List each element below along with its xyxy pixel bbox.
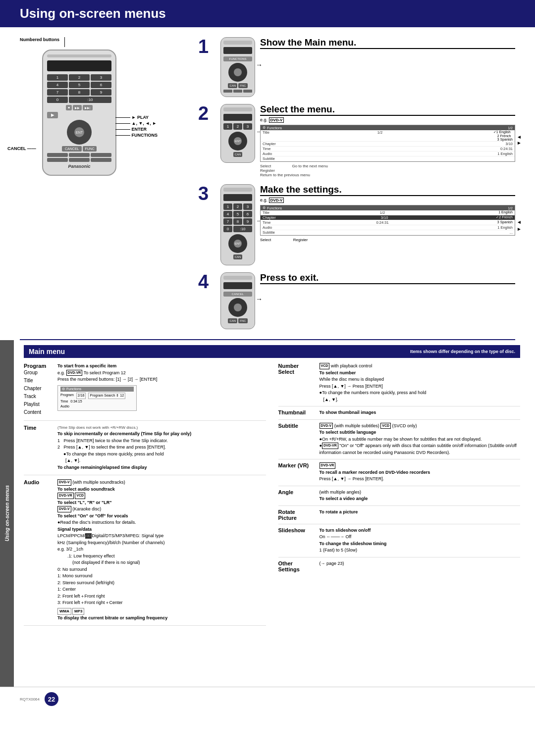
- rotate-detail: To rotate a picture: [320, 509, 521, 521]
- number-select-detail: VCD with playback control To select numb…: [320, 363, 521, 403]
- step-3: 3 123 456 789 0:10 ENT: [198, 184, 515, 265]
- step3-row-title: Title1/2 1 English: [261, 210, 515, 215]
- catalog-number: RQTX0064: [20, 697, 40, 702]
- step3-row-audio: Audio1 English ◄ ►: [261, 225, 515, 230]
- other-detail: (→ page 23): [320, 560, 521, 572]
- menu-item-subtitle: Subtitle DVD-V (with multiple subtitles)…: [278, 423, 521, 460]
- step2-menu-pages: 1/2: [508, 126, 513, 130]
- step3-menu-label: Functions: [267, 206, 282, 210]
- thumbnail-term: Thumbnail: [278, 409, 316, 416]
- main-menu-header: Main menu Items shown differ depending o…: [24, 345, 520, 358]
- btn-row2: ▶▶: [73, 105, 82, 110]
- page-footer: RQTX0064 22: [0, 687, 535, 711]
- step-3-eg-label: e.g.: [260, 198, 269, 202]
- page-title: Using on-screen menus: [20, 6, 166, 21]
- angle-detail: (with multiple angles) To select a video…: [320, 489, 521, 503]
- cancel-label: CANCEL ——: [7, 146, 36, 151]
- step-1-remote: FUNCTIONS CAN FNC: [220, 37, 255, 97]
- slideshow-detail: To turn slideshow on/off On ←——→ Off To …: [320, 527, 521, 554]
- play-button[interactable]: ▶: [47, 112, 58, 118]
- enter-label: ENTER: [132, 127, 147, 132]
- main-menu-title: Main menu: [29, 348, 65, 355]
- arrows-label: ▲, ▼, ◄, ►: [132, 121, 157, 126]
- marker-detail: DVD-VR To recall a marker recorded on DV…: [320, 462, 521, 483]
- step2-row-title: Title 1/2 ✓1 English 2 French 3 Spanish …: [261, 130, 515, 142]
- numpad-2: 2: [69, 74, 90, 81]
- numpad-9: 9: [91, 89, 111, 96]
- step-1: 1 FUNCTIONS CAN FNC: [198, 37, 515, 97]
- page: Using on-screen menus Numbered buttons: [0, 0, 535, 756]
- sidebar-label: Using on-screen menus: [4, 485, 10, 541]
- numpad-0: 0: [47, 97, 68, 103]
- step-4-title: Press to exit.: [260, 272, 515, 284]
- step-3-desc: Select Register: [260, 238, 515, 242]
- step3-menu-icon: ⚙: [263, 206, 266, 210]
- step2-menu-icon: ⚙: [263, 126, 266, 130]
- other-term: OtherSettings: [278, 560, 316, 572]
- step2-menu-label: Functions: [267, 126, 282, 130]
- step-2-info: Select the menu. e.g. DVD-V ⚙ Functions …: [260, 104, 515, 177]
- step-3-title: Make the settings.: [260, 184, 515, 196]
- audio-detail: DVD-V (with multiple soundtracks) To sel…: [57, 479, 266, 621]
- main-menu-grid: Program GroupTitleChapterTrackPlaylistCo…: [24, 363, 520, 630]
- numpad-7: 7: [47, 89, 68, 96]
- number-select-term: Number: [278, 363, 316, 369]
- menu-item-angle: Angle (with multiple angles) To select a…: [278, 489, 521, 506]
- main-menu-section: Main menu Items shown differ depending o…: [14, 340, 535, 687]
- menu-item-thumbnail: Thumbnail To show thumbnail images: [278, 409, 521, 420]
- functions-label: FUNCTIONS: [132, 133, 158, 138]
- step2-row-audio: Audio1 English: [261, 151, 515, 156]
- step2-row-subtitle: Subtitle: [261, 156, 515, 161]
- btn-row3: ▶▶|: [83, 105, 93, 110]
- step3-menu-pages: 1/2: [508, 206, 513, 210]
- step-1-title: Show the Main menu.: [260, 37, 515, 49]
- menu-item-number-select: Number Select VCD with playback control …: [278, 363, 521, 406]
- numpad-1: 1: [47, 74, 68, 81]
- remote-logo: Panasonic: [47, 164, 111, 169]
- step-1-number: 1: [198, 37, 215, 56]
- step-3-number: 3: [198, 184, 215, 203]
- menu-item-other: OtherSettings (→ page 23): [278, 560, 521, 575]
- menu-item-program: Program GroupTitleChapterTrackPlaylistCo…: [24, 363, 266, 421]
- step-2-number: 2: [198, 104, 215, 123]
- step-2-remote: 123 ENT CAN: [220, 104, 255, 163]
- numpad-8: 8: [69, 89, 90, 96]
- menu-item-rotate: RotatePicture To rotate a picture: [278, 509, 521, 524]
- remote-control: 1 2 3 4 5 6 7 8 9 0 :10 ■ ▶▶ ▶▶|: [42, 50, 116, 176]
- numpad-5: 5: [69, 82, 90, 88]
- functions-button[interactable]: FUNC: [83, 146, 96, 151]
- numpad-10: :10: [69, 97, 111, 103]
- subtitle-detail: DVD-V (with multiple subtitles) VCD (SVC…: [320, 423, 521, 456]
- step-4-cursor: →: [256, 295, 263, 303]
- step-2-dvd-badge: DVD-V: [269, 117, 284, 123]
- remote-area: Numbered buttons 1 2 3 4 5: [20, 37, 139, 334]
- program-func-box: ⚙Functions Program2/16 Program Search ⇕ …: [57, 385, 137, 411]
- step-1-info: Show the Main menu.: [260, 37, 515, 50]
- main-menu-note: Items shown differ depending on the type…: [410, 349, 515, 354]
- page-number: 22: [45, 692, 58, 706]
- page-header: Using on-screen menus: [0, 0, 535, 27]
- step2-row-chapter: Chapter3/10: [261, 142, 515, 147]
- btn-row1: ■: [66, 105, 72, 110]
- subtitle-term: Subtitle: [278, 423, 316, 456]
- number-select-term2: Select: [278, 369, 316, 375]
- angle-term: Angle: [278, 489, 316, 503]
- marker-term: Marker (VR): [278, 462, 316, 483]
- cancel-button[interactable]: CANCEL: [62, 146, 82, 151]
- step-4: 4 CANCEL CAN FNC →: [198, 272, 515, 329]
- step3-row-subtitle: Subtitle...: [261, 230, 515, 235]
- program-sub-terms: GroupTitleChapterTrackPlaylistContent: [24, 369, 54, 416]
- step-4-info: Press to exit.: [260, 272, 515, 286]
- step-4-remote: CANCEL CAN FNC: [220, 272, 255, 329]
- program-detail: To start from a specific item e.g. DVD-V…: [57, 363, 266, 416]
- step2-row-time: Time0:24:31: [261, 147, 515, 151]
- step3-row-time: Time0:24:31 3 Spanish: [261, 220, 515, 225]
- step-3-info: Make the settings. e.g. DVD-V ⚙ Function…: [260, 184, 515, 242]
- step-2-eg-label: e.g.: [260, 117, 269, 122]
- menu-item-time: Time (Time Slip does not work with +R/+R…: [24, 425, 266, 475]
- step-1-cursor: →: [256, 61, 263, 69]
- steps-area: 1 FUNCTIONS CAN FNC: [198, 37, 515, 334]
- step-2-title: Select the menu.: [260, 104, 515, 116]
- menu-item-marker: Marker (VR) DVD-VR To recall a marker re…: [278, 462, 521, 486]
- step-4-number: 4: [198, 272, 215, 291]
